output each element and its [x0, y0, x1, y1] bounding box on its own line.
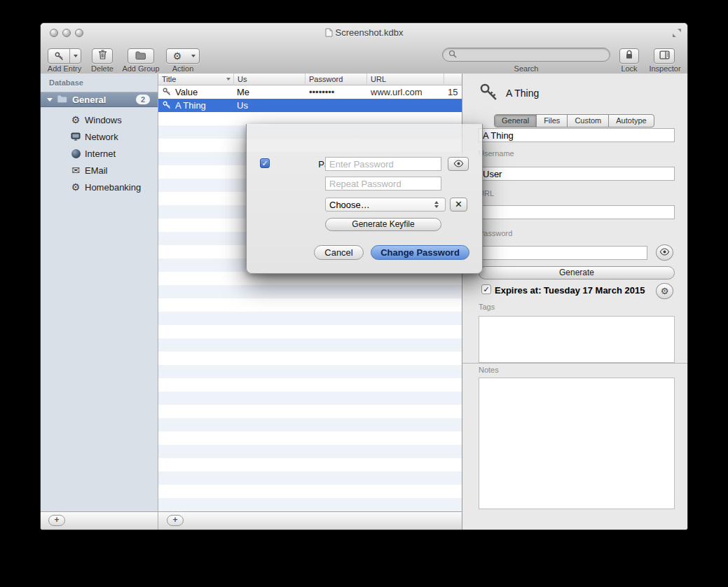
- username-label: Username: [479, 149, 514, 158]
- tab-files[interactable]: Files: [537, 115, 568, 127]
- dialog-show-password-button[interactable]: [448, 157, 469, 171]
- chevron-down-icon: [70, 49, 81, 63]
- empty-row: [158, 485, 462, 498]
- notes-field[interactable]: [479, 378, 675, 509]
- change-password-button[interactable]: Change Password: [371, 245, 469, 260]
- delete-label: Delete: [91, 64, 114, 73]
- sidebar-item-internet[interactable]: Internet: [41, 145, 158, 162]
- inspector-button[interactable]: [654, 48, 675, 64]
- tab-general[interactable]: General: [495, 115, 537, 127]
- cell-title: Value: [175, 87, 198, 97]
- main-area: Database General 2 ⚙ Windows Network: [41, 74, 687, 530]
- empty-row: [158, 418, 462, 431]
- keyfile-popup[interactable]: Choose…: [325, 198, 446, 212]
- sidebar-item-network[interactable]: Network: [41, 128, 158, 145]
- tab-custom[interactable]: Custom: [568, 115, 609, 127]
- empty-row: [158, 298, 462, 312]
- folder-icon: [57, 93, 68, 106]
- action-label: Action: [172, 64, 194, 73]
- key-icon: [163, 88, 171, 98]
- delete-button[interactable]: [92, 48, 113, 64]
- entry-list-footer: +: [158, 511, 462, 530]
- empty-row: [158, 365, 462, 378]
- add-entry-label: Add Entry: [48, 64, 81, 73]
- search-icon: [448, 48, 457, 61]
- empty-row: [158, 338, 462, 352]
- column-header-title[interactable]: Title: [158, 74, 234, 85]
- add-entry-plus-button[interactable]: +: [167, 515, 184, 526]
- sidebar-item-label: EMail: [85, 165, 108, 176]
- sidebar: Database General 2 ⚙ Windows Network: [41, 74, 158, 511]
- clear-keyfile-button[interactable]: ✕: [450, 198, 467, 212]
- add-group-plus-button[interactable]: +: [48, 515, 65, 526]
- eye-icon: [453, 159, 464, 170]
- sidebar-group-general[interactable]: General 2: [41, 92, 158, 107]
- gear-icon: ⚙: [70, 181, 81, 193]
- key-icon: [163, 101, 171, 111]
- key-icon: [48, 49, 69, 63]
- sidebar-item-label: Windows: [85, 115, 122, 125]
- separator: [462, 363, 688, 364]
- disclosure-triangle-icon[interactable]: [47, 98, 53, 102]
- search-input[interactable]: [460, 49, 603, 60]
- show-password-button[interactable]: [656, 244, 673, 261]
- empty-row: [158, 445, 462, 458]
- tags-field[interactable]: [479, 316, 675, 363]
- add-group-button[interactable]: [128, 48, 154, 64]
- sidebar-item-label: Network: [85, 132, 118, 142]
- empty-row: [158, 325, 462, 338]
- close-icon: ✕: [455, 199, 462, 209]
- password-field[interactable]: [479, 246, 647, 260]
- url-field[interactable]: [479, 205, 675, 219]
- dialog-password-input[interactable]: [325, 157, 441, 171]
- cancel-button[interactable]: Cancel: [314, 245, 364, 260]
- sidebar-item-label: Internet: [85, 149, 116, 159]
- cell-extra: 15: [448, 87, 458, 97]
- username-field[interactable]: [479, 167, 675, 181]
- monitor-icon: [70, 132, 81, 141]
- title-field[interactable]: [479, 128, 675, 142]
- empty-row: [158, 392, 462, 405]
- sidebar-item-label: Homebanking: [85, 182, 141, 193]
- password-checkbox[interactable]: ✓: [260, 158, 270, 168]
- envelope-icon: ✉: [70, 165, 81, 176]
- column-header-extra[interactable]: [444, 74, 462, 85]
- document-icon: [325, 28, 333, 37]
- entry-count-badge: 2: [136, 95, 150, 104]
- sidebar-item-email[interactable]: ✉ EMail: [41, 162, 158, 179]
- cell-title: A Thing: [175, 100, 206, 111]
- popup-stepper-icon: [434, 201, 439, 208]
- generate-password-button[interactable]: Generate: [479, 266, 675, 279]
- sidebar-item-windows[interactable]: ⚙ Windows: [41, 111, 158, 128]
- chevron-down-icon: [188, 49, 199, 63]
- keyfile-popup-value: Choose…: [329, 200, 370, 210]
- lock-button[interactable]: [619, 48, 639, 64]
- app-window: Screenshot.kdbx Add Entry Delete Add Gro…: [40, 22, 688, 530]
- table-row-selected[interactable]: A Thing Us: [158, 99, 462, 112]
- add-group-label: Add Group: [122, 64, 159, 73]
- action-button[interactable]: ⚙: [166, 48, 200, 64]
- expires-settings-button[interactable]: ⚙: [656, 283, 673, 299]
- table-row[interactable]: Value Me •••••••• www.url.com 15: [158, 85, 462, 99]
- gear-icon: ⚙: [70, 114, 81, 125]
- dialog-repeat-input[interactable]: [325, 177, 441, 191]
- column-header-username[interactable]: Us: [234, 74, 305, 85]
- empty-row: [158, 285, 462, 298]
- generate-keyfile-button[interactable]: Generate Keyfile: [325, 218, 441, 231]
- add-entry-button[interactable]: [48, 48, 81, 64]
- sidebar-item-homebanking[interactable]: ⚙ Homebanking: [41, 179, 158, 195]
- empty-row: [158, 498, 462, 511]
- search-field[interactable]: [442, 48, 610, 62]
- column-header-password[interactable]: Password: [305, 74, 367, 85]
- tab-autotype[interactable]: Autotype: [609, 115, 653, 127]
- empty-row: [158, 312, 462, 325]
- window-title-text: Screenshot.kdbx: [336, 27, 404, 38]
- tags-label: Tags: [479, 303, 495, 311]
- column-header-url[interactable]: URL: [367, 74, 444, 85]
- fullscreen-icon[interactable]: [672, 28, 682, 41]
- expires-checkbox[interactable]: ✓: [481, 284, 491, 294]
- window-chrome: Screenshot.kdbx Add Entry Delete Add Gro…: [41, 23, 687, 74]
- inspector-label: Inspector: [649, 64, 680, 73]
- change-password-dialog: ✓ Password: Repeat: Keyfile: Choose… ✕ G…: [246, 124, 483, 274]
- empty-row: [158, 471, 462, 485]
